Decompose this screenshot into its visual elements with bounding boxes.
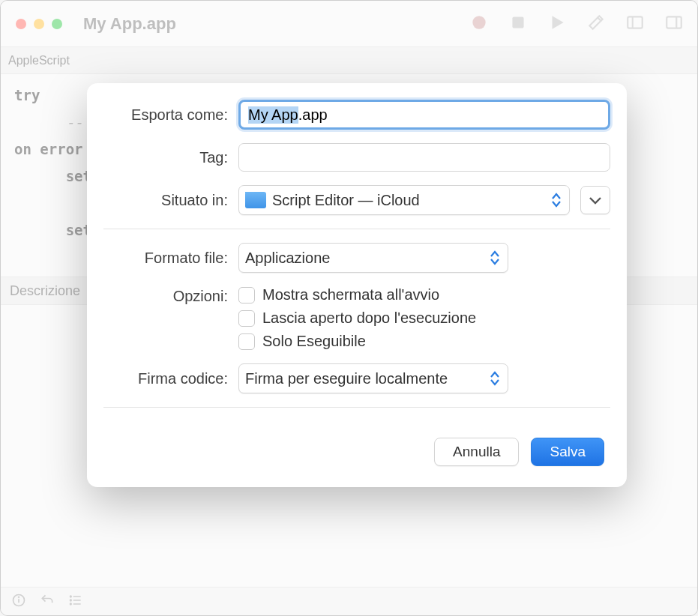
folder-icon bbox=[245, 192, 266, 208]
location-label: Situato in: bbox=[103, 192, 238, 209]
export-filename-input[interactable] bbox=[238, 100, 610, 130]
divider bbox=[103, 229, 610, 229]
info-icon[interactable] bbox=[11, 593, 26, 610]
updown-icon bbox=[487, 371, 503, 386]
options-label: Opzioni: bbox=[103, 286, 238, 305]
codesign-popup[interactable]: Firma per eseguire localmente bbox=[238, 363, 508, 393]
hammer-icon[interactable] bbox=[586, 13, 606, 34]
show-startup-checkbox[interactable] bbox=[238, 287, 255, 304]
updown-icon bbox=[487, 250, 503, 265]
svg-rect-5 bbox=[667, 16, 682, 28]
expand-location-button[interactable] bbox=[580, 186, 610, 214]
record-icon[interactable] bbox=[469, 13, 489, 34]
divider bbox=[103, 407, 610, 408]
reply-icon[interactable] bbox=[40, 593, 55, 610]
run-only-checkbox[interactable] bbox=[238, 333, 255, 350]
updown-icon bbox=[548, 193, 565, 208]
window-title: My App.app bbox=[83, 14, 176, 34]
svg-point-9 bbox=[19, 597, 19, 597]
stay-open-label: Lascia aperto dopo l'esecuzione bbox=[262, 309, 476, 327]
window-titlebar: My App.app bbox=[1, 1, 697, 47]
sidebar-right-icon[interactable] bbox=[664, 13, 684, 34]
svg-point-0 bbox=[472, 16, 485, 28]
svg-rect-3 bbox=[628, 16, 643, 28]
cancel-button[interactable]: Annulla bbox=[434, 438, 519, 466]
codesign-label: Firma codice: bbox=[103, 370, 238, 387]
description-label: Descrizione bbox=[10, 283, 80, 299]
svg-marker-2 bbox=[553, 16, 564, 28]
path-bar: AppleScript bbox=[1, 47, 697, 74]
svg-point-15 bbox=[70, 603, 72, 605]
run-only-label: Solo Eseguibile bbox=[262, 333, 366, 350]
file-format-label: Formato file: bbox=[103, 250, 238, 267]
path-segment[interactable]: AppleScript bbox=[8, 54, 70, 67]
list-icon[interactable] bbox=[68, 593, 83, 610]
file-format-value: Applicazione bbox=[245, 250, 330, 267]
svg-point-13 bbox=[70, 596, 72, 597]
tag-label: Tag: bbox=[103, 149, 238, 166]
code-keyword: try bbox=[14, 87, 40, 103]
save-button[interactable]: Salva bbox=[531, 438, 604, 466]
location-popup[interactable]: Script Editor — iCloud bbox=[238, 185, 570, 215]
code-keyword: on error bbox=[14, 141, 83, 157]
tag-input[interactable] bbox=[238, 143, 610, 172]
stop-icon[interactable] bbox=[508, 13, 528, 34]
cancel-button-label: Annulla bbox=[453, 444, 500, 460]
sidebar-left-icon[interactable] bbox=[625, 13, 645, 34]
codesign-value: Firma per eseguire localmente bbox=[245, 370, 448, 387]
location-value: Script Editor — iCloud bbox=[272, 192, 420, 209]
show-startup-label: Mostra schermata all'avvio bbox=[262, 286, 439, 304]
status-bar bbox=[1, 587, 697, 615]
close-window-button[interactable] bbox=[16, 19, 26, 29]
stay-open-checkbox[interactable] bbox=[238, 310, 255, 327]
svg-point-14 bbox=[70, 600, 72, 601]
zoom-window-button[interactable] bbox=[52, 19, 62, 29]
file-format-popup[interactable]: Applicazione bbox=[238, 243, 508, 273]
run-icon[interactable] bbox=[547, 13, 567, 34]
svg-rect-1 bbox=[512, 16, 523, 28]
export-as-label: Esporta come: bbox=[103, 106, 238, 124]
export-dialog: Esporta come: Tag: Situato in: Script Ed… bbox=[87, 83, 627, 487]
save-button-label: Salva bbox=[550, 444, 586, 460]
traffic-lights bbox=[16, 19, 62, 29]
minimize-window-button[interactable] bbox=[34, 19, 44, 29]
